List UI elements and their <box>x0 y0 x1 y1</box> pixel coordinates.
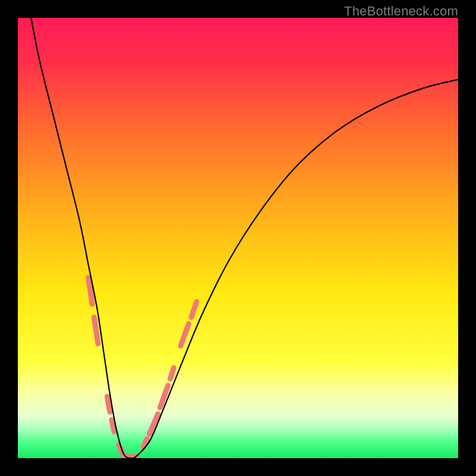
bottleneck-curve <box>31 18 458 458</box>
highlight-dash <box>170 368 174 379</box>
highlight-dash <box>94 317 98 343</box>
highlight-dash <box>192 302 197 317</box>
highlight-dash <box>181 324 189 346</box>
chart-frame: TheBottleneck.com <box>0 0 476 476</box>
chart-svg <box>18 18 458 458</box>
highlight-dash <box>107 396 109 412</box>
highlight-dash <box>112 420 114 432</box>
highlight-dash <box>149 414 158 434</box>
plot-area <box>18 18 458 458</box>
highlight-dash <box>160 386 168 408</box>
watermark-label: TheBottleneck.com <box>344 4 458 19</box>
